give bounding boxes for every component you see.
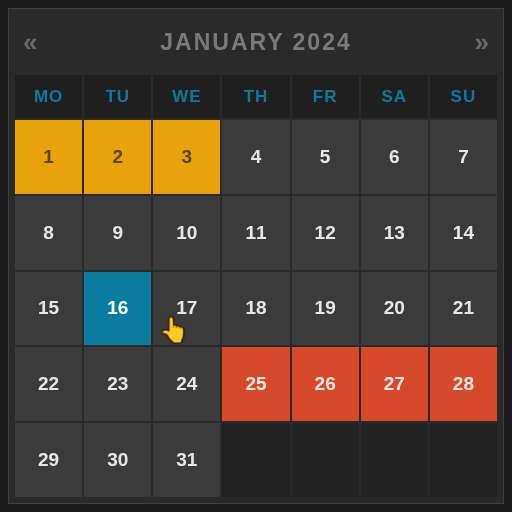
day-cell[interactable]: 3 [153,120,220,194]
day-cell[interactable]: 16 [84,272,151,346]
day-cell[interactable]: 20 [361,272,428,346]
day-cell[interactable]: 6 [361,120,428,194]
day-cell-empty [222,423,289,497]
dow-label: FR [292,75,359,118]
day-cell[interactable]: 29 [15,423,82,497]
day-cell[interactable]: 21 [430,272,497,346]
day-grid: 1234567891011121314151617181920212223242… [9,118,503,503]
month-title: JANUARY 2024 [160,29,351,56]
day-cell[interactable]: 17 [153,272,220,346]
day-cell-empty [430,423,497,497]
day-cell[interactable]: 2 [84,120,151,194]
day-cell[interactable]: 28 [430,347,497,421]
day-cell[interactable]: 7 [430,120,497,194]
day-cell[interactable]: 18 [222,272,289,346]
dow-label: SA [361,75,428,118]
day-cell[interactable]: 15 [15,272,82,346]
day-cell[interactable]: 9 [84,196,151,270]
day-cell[interactable]: 25 [222,347,289,421]
calendar: « JANUARY 2024 » MOTUWETHFRSASU 12345678… [8,8,504,504]
day-cell[interactable]: 24 [153,347,220,421]
day-cell[interactable]: 26 [292,347,359,421]
day-cell[interactable]: 19 [292,272,359,346]
day-cell[interactable]: 13 [361,196,428,270]
day-cell[interactable]: 27 [361,347,428,421]
dow-label: SU [430,75,497,118]
day-cell[interactable]: 1 [15,120,82,194]
day-cell[interactable]: 14 [430,196,497,270]
next-month-button[interactable]: » [475,29,489,55]
dow-label: WE [153,75,220,118]
day-cell-empty [361,423,428,497]
day-of-week-row: MOTUWETHFRSASU [9,75,503,118]
day-cell[interactable]: 23 [84,347,151,421]
day-cell[interactable]: 22 [15,347,82,421]
prev-month-button[interactable]: « [23,29,37,55]
day-cell[interactable]: 31 [153,423,220,497]
day-cell[interactable]: 30 [84,423,151,497]
dow-label: TH [222,75,289,118]
day-cell[interactable]: 8 [15,196,82,270]
dow-label: MO [15,75,82,118]
day-cell[interactable]: 5 [292,120,359,194]
dow-label: TU [84,75,151,118]
day-cell-empty [292,423,359,497]
calendar-header: « JANUARY 2024 » [9,9,503,75]
day-cell[interactable]: 10 [153,196,220,270]
day-cell[interactable]: 4 [222,120,289,194]
day-cell[interactable]: 11 [222,196,289,270]
day-cell[interactable]: 12 [292,196,359,270]
